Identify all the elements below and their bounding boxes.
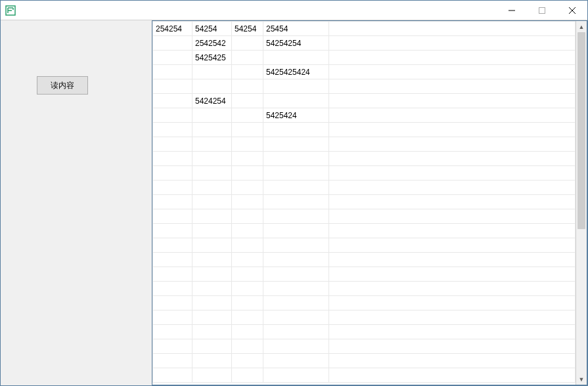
scroll-up-icon[interactable]: ▲ — [576, 21, 587, 32]
table-cell[interactable] — [153, 181, 192, 195]
table-cell[interactable] — [263, 354, 329, 368]
table-cell[interactable] — [192, 181, 232, 195]
table-cell[interactable] — [153, 94, 192, 108]
table-cell[interactable] — [329, 253, 576, 267]
vertical-scrollbar[interactable]: ▲ ▼ — [576, 21, 587, 385]
table-cell[interactable] — [153, 36, 192, 51]
table-cell[interactable] — [263, 195, 329, 209]
table-cell[interactable] — [153, 253, 192, 267]
table-cell[interactable] — [232, 282, 263, 296]
table-cell[interactable] — [153, 354, 192, 368]
table-row[interactable] — [153, 166, 576, 181]
table-cell[interactable] — [263, 137, 329, 152]
table-cell[interactable] — [232, 123, 263, 137]
table-cell[interactable] — [232, 152, 263, 166]
table-cell[interactable]: 25454 — [263, 22, 329, 36]
minimize-button[interactable] — [497, 1, 527, 20]
table-cell[interactable] — [263, 51, 329, 65]
table-cell[interactable] — [263, 166, 329, 181]
table-row[interactable]: 254254542545425425454 — [153, 22, 576, 36]
table-cell[interactable] — [153, 368, 192, 383]
table-cell[interactable] — [232, 253, 263, 267]
table-cell[interactable] — [153, 137, 192, 152]
table-cell[interactable] — [232, 94, 263, 108]
table-cell[interactable] — [192, 368, 232, 383]
table-cell[interactable] — [263, 181, 329, 195]
table-row[interactable] — [153, 267, 576, 282]
table-cell[interactable] — [192, 339, 232, 354]
table-cell[interactable] — [329, 137, 576, 152]
table-cell[interactable] — [153, 51, 192, 65]
table-cell[interactable] — [232, 195, 263, 209]
table-row[interactable] — [153, 296, 576, 311]
table-cell[interactable] — [329, 22, 576, 36]
table-cell[interactable] — [232, 51, 263, 65]
table-cell[interactable] — [232, 354, 263, 368]
table-cell[interactable] — [232, 79, 263, 94]
table-cell[interactable] — [153, 195, 192, 209]
table-cell[interactable] — [153, 152, 192, 166]
table-cell[interactable] — [263, 79, 329, 94]
table-cell[interactable] — [232, 209, 263, 224]
table-row[interactable] — [153, 79, 576, 94]
table-cell[interactable] — [232, 65, 263, 79]
table-cell[interactable]: 254254 — [153, 22, 192, 36]
table-cell[interactable] — [263, 267, 329, 282]
table-cell[interactable] — [153, 65, 192, 79]
table-cell[interactable] — [232, 166, 263, 181]
table-cell[interactable] — [192, 195, 232, 209]
table-cell[interactable] — [329, 354, 576, 368]
table-cell[interactable] — [263, 209, 329, 224]
table-cell[interactable]: 5425424 — [263, 108, 329, 123]
table-cell[interactable] — [192, 209, 232, 224]
table-cell[interactable] — [263, 94, 329, 108]
table-cell[interactable] — [153, 296, 192, 311]
table-row[interactable] — [153, 224, 576, 238]
table-row[interactable] — [153, 195, 576, 209]
table-cell[interactable] — [232, 311, 263, 325]
table-cell[interactable] — [263, 311, 329, 325]
table-cell[interactable] — [329, 108, 576, 123]
table-cell[interactable]: 2542542 — [192, 36, 232, 51]
table-row[interactable]: 5425425 — [153, 51, 576, 65]
table-cell[interactable] — [192, 166, 232, 181]
table-cell[interactable] — [192, 123, 232, 137]
table-cell[interactable] — [263, 238, 329, 253]
table-row[interactable]: 5425424 — [153, 108, 576, 123]
table-cell[interactable]: 54254 — [192, 22, 232, 36]
table-cell[interactable] — [232, 368, 263, 383]
table-cell[interactable] — [232, 36, 263, 51]
table-cell[interactable] — [153, 166, 192, 181]
table-cell[interactable] — [329, 36, 576, 51]
table-cell[interactable] — [192, 108, 232, 123]
table-cell[interactable] — [329, 311, 576, 325]
table-cell[interactable] — [153, 282, 192, 296]
table-cell[interactable] — [329, 282, 576, 296]
read-content-button[interactable]: 读内容 — [37, 76, 88, 95]
table-cell[interactable] — [153, 79, 192, 94]
table-row[interactable] — [153, 354, 576, 368]
table-cell[interactable]: 54254 — [232, 22, 263, 36]
table-row[interactable] — [153, 282, 576, 296]
table-row[interactable]: 5425425424 — [153, 65, 576, 79]
table-cell[interactable] — [153, 267, 192, 282]
table-row[interactable] — [153, 152, 576, 166]
scroll-thumb[interactable] — [577, 32, 585, 229]
table-cell[interactable] — [192, 282, 232, 296]
table-cell[interactable] — [329, 152, 576, 166]
table-cell[interactable] — [232, 267, 263, 282]
table-row[interactable]: 5424254 — [153, 94, 576, 108]
table-cell[interactable]: 5425425424 — [263, 65, 329, 79]
table-row[interactable] — [153, 238, 576, 253]
table-cell[interactable] — [263, 123, 329, 137]
table-cell[interactable] — [153, 224, 192, 238]
table-cell[interactable] — [232, 325, 263, 339]
table-cell[interactable] — [192, 311, 232, 325]
table-row[interactable] — [153, 368, 576, 383]
data-grid[interactable]: 2542545425454254254542542542542542545425… — [152, 21, 576, 383]
table-cell[interactable]: 5424254 — [192, 94, 232, 108]
table-row[interactable] — [153, 325, 576, 339]
table-cell[interactable] — [329, 325, 576, 339]
table-cell[interactable] — [263, 339, 329, 354]
table-cell[interactable] — [329, 267, 576, 282]
